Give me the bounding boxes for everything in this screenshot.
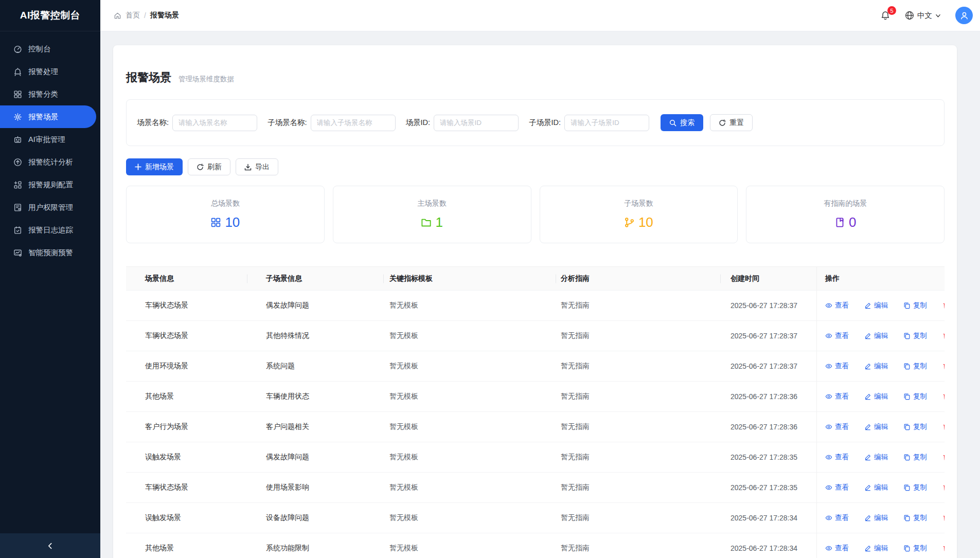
delete-button[interactable]: 删除 — [942, 422, 945, 431]
column-header: 关键指标模板 — [383, 274, 556, 283]
view-button[interactable]: 查看 — [825, 544, 849, 553]
topbar: 首页 / 报警场景 5 中文 — [100, 0, 980, 31]
scene-cell: 客户行为场景 — [126, 422, 247, 431]
delete-button[interactable]: 删除 — [942, 392, 945, 401]
edit-button[interactable]: 编辑 — [864, 392, 888, 401]
breadcrumb: 首页 / 报警场景 — [114, 11, 179, 20]
edit-button[interactable]: 编辑 — [864, 422, 888, 431]
edit-button[interactable]: 编辑 — [864, 453, 888, 462]
sidebar-item[interactable]: 报警场景 — [0, 105, 96, 128]
scene-cell: 其他场景 — [126, 544, 247, 553]
created-cell: 2025-06-27 17:28:35 — [720, 483, 816, 492]
delete-button[interactable]: 删除 — [942, 331, 945, 340]
filter-input[interactable] — [434, 115, 519, 131]
trash-icon — [942, 363, 945, 370]
filter-input[interactable] — [564, 115, 649, 131]
filter-input[interactable] — [172, 115, 257, 131]
copy-button[interactable]: 复制 — [903, 362, 927, 371]
copy-button[interactable]: 复制 — [903, 483, 927, 492]
stat-card: 子场景数 10 — [540, 186, 738, 243]
copy-button[interactable]: 复制 — [903, 422, 927, 431]
delete-button[interactable]: 删除 — [942, 544, 945, 553]
delete-button[interactable]: 删除 — [942, 362, 945, 371]
user-avatar[interactable] — [955, 7, 973, 24]
actions-cell: 查看 编辑 复制 — [816, 351, 945, 381]
copy-button[interactable]: 复制 — [903, 331, 927, 340]
table-row: 误触发场景 偶发故障问题 暂无模板 暂无指南 2025-06-27 17:28:… — [126, 442, 945, 473]
search-button[interactable]: 搜索 — [661, 114, 703, 131]
sidebar-item-label: 报警统计分析 — [28, 157, 73, 167]
sidebar-item[interactable]: 报警处理 — [0, 60, 96, 83]
copy-button[interactable]: 复制 — [903, 513, 927, 523]
sidebar-item[interactable]: 智能预测预警 — [0, 241, 96, 264]
alarm-bell-icon — [13, 67, 22, 76]
guide-cell: 暂无指南 — [556, 392, 720, 401]
copy-button[interactable]: 复制 — [903, 544, 927, 553]
sidebar-item[interactable]: 控制台 — [0, 38, 96, 60]
export-button[interactable]: 导出 — [236, 158, 278, 175]
filter-input[interactable] — [311, 115, 396, 131]
copy-icon — [903, 423, 911, 430]
edit-button[interactable]: 编辑 — [864, 483, 888, 492]
column-header: 子场景信息 — [247, 274, 383, 283]
notifications-button[interactable]: 5 — [880, 10, 890, 21]
sidebar-item[interactable]: 报警日志追踪 — [0, 219, 96, 241]
topbar-right: 5 中文 — [880, 7, 973, 24]
created-cell: 2025-06-27 17:28:37 — [720, 362, 816, 370]
edit-button[interactable]: 编辑 — [864, 544, 888, 553]
sub-scene-cell: 系统功能限制 — [247, 544, 383, 553]
column-header: 分析指南 — [556, 274, 720, 283]
copy-icon — [903, 363, 911, 370]
breadcrumb-home[interactable]: 首页 — [126, 11, 140, 20]
copy-icon — [903, 484, 911, 491]
delete-button[interactable]: 删除 — [942, 453, 945, 462]
view-button[interactable]: 查看 — [825, 453, 849, 462]
delete-button[interactable]: 删除 — [942, 513, 945, 523]
copy-button[interactable]: 复制 — [903, 301, 927, 310]
home-icon[interactable] — [114, 12, 121, 20]
view-button[interactable]: 查看 — [825, 422, 849, 431]
template-cell: 暂无模板 — [383, 392, 556, 401]
edit-button[interactable]: 编辑 — [864, 301, 888, 310]
eye-icon — [825, 423, 832, 430]
view-button[interactable]: 查看 — [825, 513, 849, 523]
sidebar-item[interactable]: 报警规则配置 — [0, 173, 96, 196]
copy-button[interactable]: 复制 — [903, 453, 927, 462]
sidebar-item[interactable]: 用户权限管理 — [0, 196, 96, 219]
sidebar-item[interactable]: AI审批管理 — [0, 128, 96, 151]
delete-button[interactable]: 删除 — [942, 483, 945, 492]
stat-number: 10 — [638, 214, 653, 230]
pencil-icon — [864, 332, 871, 339]
delete-button[interactable]: 删除 — [942, 301, 945, 310]
view-button[interactable]: 查看 — [825, 362, 849, 371]
grid-plus-icon — [13, 181, 22, 189]
view-button[interactable]: 查看 — [825, 301, 849, 310]
column-header: 场景信息 — [126, 274, 247, 283]
guide-cell: 暂无指南 — [556, 513, 720, 523]
user-doc-icon — [13, 203, 22, 212]
created-cell: 2025-06-27 17:28:36 — [720, 392, 816, 401]
sidebar-item[interactable]: 报警统计分析 — [0, 151, 96, 173]
add-scene-button[interactable]: 新增场景 — [126, 158, 183, 175]
view-button[interactable]: 查看 — [825, 331, 849, 340]
stat-label: 有指南的场景 — [824, 199, 867, 208]
filter-label: 场景名称: — [137, 118, 169, 128]
sidebar-item[interactable]: 报警分类 — [0, 83, 96, 105]
reset-button[interactable]: 重置 — [710, 114, 753, 131]
plus-icon — [135, 164, 141, 170]
sidebar-collapse-button[interactable] — [0, 533, 100, 558]
view-button[interactable]: 查看 — [825, 483, 849, 492]
stat-number: 1 — [435, 214, 442, 230]
view-button[interactable]: 查看 — [825, 392, 849, 401]
refresh-button[interactable]: 刷新 — [188, 158, 230, 175]
table-row: 客户行为场景 客户问题相关 暂无模板 暂无指南 2025-06-27 17:28… — [126, 412, 945, 442]
copy-button[interactable]: 复制 — [903, 392, 927, 401]
edit-button[interactable]: 编辑 — [864, 513, 888, 523]
stat-label: 子场景数 — [624, 199, 653, 208]
edit-button[interactable]: 编辑 — [864, 362, 888, 371]
eye-icon — [825, 363, 832, 370]
table-header: 场景信息 子场景信息 关键指标模板 分析指南 创建时间 操作 — [126, 267, 945, 291]
language-selector[interactable]: 中文 — [905, 11, 941, 21]
stat-label: 主场景数 — [418, 199, 447, 208]
edit-button[interactable]: 编辑 — [864, 331, 888, 340]
